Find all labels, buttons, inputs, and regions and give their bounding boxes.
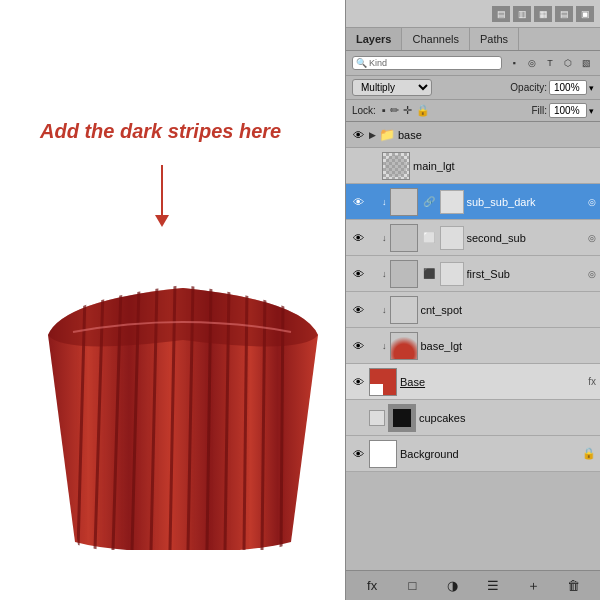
layer-row[interactable]: 👁 ↓ ⬜ second_sub ◎ <box>346 220 600 256</box>
filter-adjust-icon[interactable]: ◎ <box>524 55 540 71</box>
options-icon: ◎ <box>588 269 596 279</box>
link-icon: ↓ <box>382 233 387 243</box>
filter-type-icon[interactable]: T <box>542 55 558 71</box>
panel-icon-5[interactable]: ▣ <box>576 6 594 22</box>
panel-icon-3[interactable]: ▦ <box>534 6 552 22</box>
layer-name: Background <box>400 448 579 460</box>
layer-name: first_Sub <box>467 268 586 280</box>
canvas-area: Add the dark stripes here <box>0 0 345 600</box>
kind-row: 🔍 Kind ▪ ◎ T ⬡ ▧ <box>346 51 600 76</box>
tab-channels[interactable]: Channels <box>402 28 469 50</box>
layers-panel: ▤ ▥ ▦ ▤ ▣ Layers Channels Paths 🔍 Kind ▪… <box>345 0 600 600</box>
lock-icons-group: ▪ ✏ ✛ 🔒 <box>382 104 430 117</box>
arrow-indicator <box>155 165 169 227</box>
visibility-icon[interactable]: 👁 <box>350 338 366 354</box>
layer-name: Base <box>400 376 583 388</box>
layer-name: base <box>398 129 596 141</box>
layer-thumbnail <box>390 296 418 324</box>
search-icon: 🔍 <box>356 58 367 68</box>
panel-top-icons: ▤ ▥ ▦ ▤ ▣ <box>346 0 600 28</box>
layer-row[interactable]: 👁 ↓ 🔗 sub_sub_dark ◎ <box>346 184 600 220</box>
lock-pixels-btn[interactable]: ✏ <box>390 104 399 117</box>
fill-label: Fill: <box>531 105 547 116</box>
panel-icon-1[interactable]: ▤ <box>492 6 510 22</box>
panel-icon-2[interactable]: ▥ <box>513 6 531 22</box>
visibility-icon[interactable]: 👁 <box>350 127 366 143</box>
panel-icon-4[interactable]: ▤ <box>555 6 573 22</box>
opacity-arrow-icon[interactable]: ▾ <box>589 83 594 93</box>
options-icon: ◎ <box>588 233 596 243</box>
layer-row[interactable]: 👁 main_lgt <box>346 148 600 184</box>
layer-name: second_sub <box>467 232 586 244</box>
link-icon: ↓ <box>382 305 387 315</box>
layer-thumbnail <box>390 260 418 288</box>
tab-paths[interactable]: Paths <box>470 28 519 50</box>
new-layer-button[interactable]: ＋ <box>523 576 543 596</box>
add-style-button[interactable]: fx <box>362 576 382 596</box>
layer-name: base_lgt <box>421 340 597 352</box>
layer-filter-icons: ▪ ◎ T ⬡ ▧ <box>506 55 594 71</box>
fill-value[interactable]: 100% <box>549 103 587 118</box>
visibility-icon[interactable]: 👁 <box>350 302 366 318</box>
layer-mask-thumbnail <box>440 226 464 250</box>
layer-row[interactable]: 👁 ↓ cnt_spot <box>346 292 600 328</box>
layer-thumbnail <box>369 440 397 468</box>
layer-row[interactable]: 👁 ↓ base_lgt <box>346 328 600 364</box>
layer-thumbnail <box>390 224 418 252</box>
layer-row[interactable]: 👁 Base fx <box>346 364 600 400</box>
chain-icon: 🔗 <box>423 196 435 207</box>
lock-position-btn[interactable]: ✛ <box>403 104 412 117</box>
lock-icon: 🔒 <box>582 447 596 460</box>
opacity-value[interactable]: 100% <box>549 80 587 95</box>
layer-row[interactable]: 👁 ▶ 📁 base <box>346 122 600 148</box>
add-group-button[interactable]: ☰ <box>483 576 503 596</box>
layer-row[interactable]: 👁 cupcakes <box>346 400 600 436</box>
layers-list: 👁 ▶ 📁 base 👁 main_lgt 👁 ↓ 🔗 sub_sub_dark… <box>346 122 600 570</box>
lock-label: Lock: <box>352 105 376 116</box>
layer-thumbnail <box>369 368 397 396</box>
visibility-icon[interactable]: 👁 <box>350 374 366 390</box>
panel-tabs: Layers Channels Paths <box>346 28 600 51</box>
group-arrow-icon: ▶ <box>369 130 376 140</box>
add-adjustment-button[interactable]: ◑ <box>443 576 463 596</box>
layer-thumbnail <box>388 404 416 432</box>
chain-icon: ⬛ <box>423 268 435 279</box>
filter-smart-icon[interactable]: ▧ <box>578 55 594 71</box>
layer-thumbnail <box>390 332 418 360</box>
visibility-icon[interactable]: 👁 <box>350 230 366 246</box>
layers-bottom-toolbar: fx □ ◑ ☰ ＋ 🗑 <box>346 570 600 600</box>
visibility-icon[interactable]: 👁 <box>350 266 366 282</box>
kind-search-box[interactable]: 🔍 Kind <box>352 56 502 70</box>
cupcake-illustration <box>20 280 345 550</box>
layer-name: sub_sub_dark <box>467 196 586 208</box>
blend-opacity-row: Multiply Opacity: 100% ▾ <box>346 76 600 100</box>
fill-group: Fill: 100% ▾ <box>531 103 594 118</box>
visibility-icon[interactable]: 👁 <box>350 446 366 462</box>
layer-thumbnail <box>390 188 418 216</box>
blend-mode-select[interactable]: Multiply <box>352 79 432 96</box>
layer-mask-thumbnail <box>440 262 464 286</box>
layer-row[interactable]: 👁 Background 🔒 <box>346 436 600 472</box>
link-icon: ↓ <box>382 197 387 207</box>
filter-shape-icon[interactable]: ⬡ <box>560 55 576 71</box>
delete-layer-button[interactable]: 🗑 <box>564 576 584 596</box>
layer-name: main_lgt <box>413 160 596 172</box>
visibility-icon[interactable]: 👁 <box>350 194 366 210</box>
chain-icon: ⬜ <box>423 232 435 243</box>
folder-icon: 📁 <box>379 127 395 142</box>
layer-row[interactable]: 👁 ↓ ⬛ first_Sub ◎ <box>346 256 600 292</box>
kind-label: Kind <box>369 58 387 68</box>
fill-arrow-icon[interactable]: ▾ <box>589 106 594 116</box>
options-icon: ◎ <box>588 197 596 207</box>
tab-layers[interactable]: Layers <box>346 28 402 50</box>
filter-pixel-icon[interactable]: ▪ <box>506 55 522 71</box>
lock-transparent-btn[interactable]: ▪ <box>382 104 386 117</box>
annotation-text: Add the dark stripes here <box>40 120 281 143</box>
opacity-group: Opacity: 100% ▾ <box>510 80 594 95</box>
layer-thumbnail <box>382 152 410 180</box>
link-icon: ↓ <box>382 269 387 279</box>
add-mask-button[interactable]: □ <box>402 576 422 596</box>
lock-fill-row: Lock: ▪ ✏ ✛ 🔒 Fill: 100% ▾ <box>346 100 600 122</box>
lock-all-btn[interactable]: 🔒 <box>416 104 430 117</box>
layer-name: cnt_spot <box>421 304 597 316</box>
